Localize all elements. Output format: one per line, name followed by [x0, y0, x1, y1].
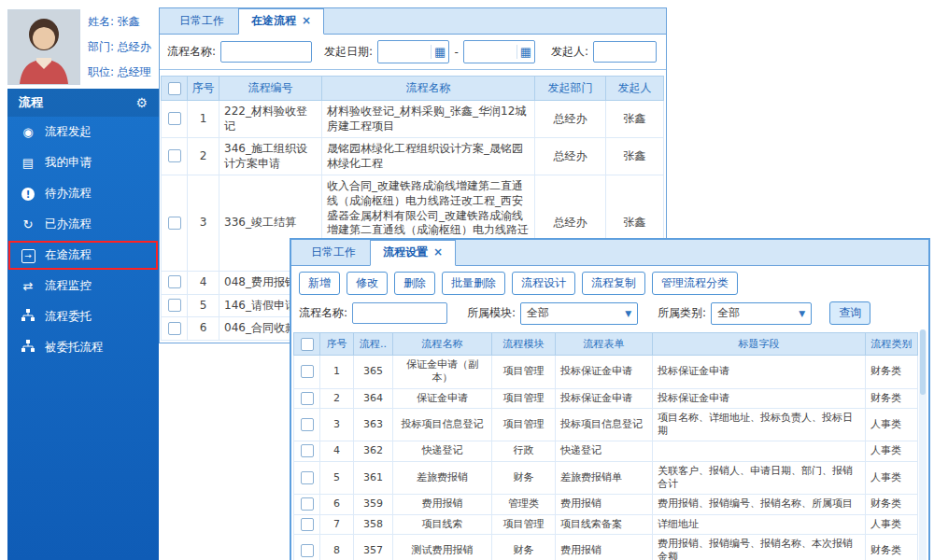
sitemap-icon: [21, 309, 35, 325]
tab-in-transit[interactable]: 在途流程×: [238, 8, 324, 35]
table-row[interactable]: 6 359 费用报销 管理类 费用报销 费用报销、报销编号、报销名称、所属项目 …: [294, 495, 918, 514]
process-name-input[interactable]: [220, 41, 312, 63]
table-row[interactable]: 2 346_施工组织设计方案申请 晟铭园林绿化工程组织设计方案_晟铭园林绿化工程…: [162, 138, 664, 175]
cell-title-field: 费用报销、报销编号、报销名称、本次报销金额: [653, 534, 866, 560]
sidebar-item-process-initiate[interactable]: ◉ 流程发起: [7, 117, 159, 147]
main-filterbar: 流程名称: 发起日期: ▦ - ▦ 发起人:: [160, 35, 666, 70]
row-checkbox[interactable]: [301, 544, 314, 557]
sidebar-item-todo-processes[interactable]: ! 待办流程: [7, 178, 159, 209]
sidebar-item-delegated-processes[interactable]: 被委托流程: [7, 332, 159, 363]
cell-no: 1: [320, 356, 354, 389]
sidebar-title: 流程: [19, 94, 43, 111]
initiator-input[interactable]: [593, 41, 657, 63]
toolbar-button[interactable]: 批量删除: [442, 272, 505, 295]
row-checkbox[interactable]: [301, 418, 314, 431]
row-checkbox[interactable]: [301, 471, 314, 484]
cell-code: 346_施工组织设计方案申请: [219, 138, 322, 175]
calendar-icon[interactable]: ▦: [517, 45, 534, 59]
header-code: 流程编号: [219, 77, 322, 101]
tab-process-settings[interactable]: 流程设置×: [370, 240, 456, 266]
checkbox-cell: [162, 294, 188, 317]
select-all-checkbox[interactable]: [168, 82, 181, 95]
profile-photo: [7, 9, 80, 85]
user-profile-card: 姓名: 张鑫 部门: 总经办 职位: 总经理: [7, 6, 159, 89]
header-code: 流程..: [354, 333, 393, 356]
toolbar-button[interactable]: 新增: [299, 272, 340, 295]
cell-category: 财务类: [866, 356, 918, 389]
row-checkbox[interactable]: [301, 365, 314, 378]
cell-name: 差旅费报销: [393, 461, 492, 495]
process-name-input[interactable]: [352, 302, 447, 324]
cell-title-field: 关联客户、报销人、申请日期、部门、报销合计: [653, 461, 866, 495]
table-row[interactable]: 3 363 投标项目信息登记 项目管理 投标项目信息登记 项目名称、详细地址、投…: [294, 408, 918, 441]
module-select-value: 全部: [527, 305, 549, 321]
sidebar-item-label: 流程委托: [45, 309, 92, 325]
start-date-to-input[interactable]: [464, 43, 517, 61]
row-checkbox[interactable]: [301, 444, 314, 457]
cell-no: 4: [320, 441, 354, 461]
header-module: 流程模块: [492, 333, 556, 356]
sidebar-item-in-transit-processes[interactable]: → 在途流程: [7, 240, 159, 271]
overlay-filterbar: 流程名称: 所属模块: 全部 ▼ 所属类别: 全部 ▼ 查询: [291, 299, 928, 332]
cell-code: 358: [354, 514, 393, 534]
chevron-down-icon: ▼: [625, 309, 631, 318]
sidebar-item-my-applications[interactable]: ▤ 我的申请: [7, 147, 159, 178]
process-name-label: 流程名称:: [299, 305, 347, 321]
table-row[interactable]: 8 357 测试费用报销 财务 费用报销 费用报销、报销编号、报销名称、本次报销…: [294, 534, 918, 560]
select-all-checkbox[interactable]: [301, 338, 314, 351]
table-row[interactable]: 7 358 项目线索 项目管理 项目线索备案 详细地址 人事类: [294, 514, 918, 534]
category-select[interactable]: 全部 ▼: [711, 302, 812, 325]
cell-form: 快递登记: [556, 441, 653, 461]
tab-daily-work[interactable]: 日常工作: [167, 9, 236, 34]
row-checkbox[interactable]: [168, 149, 181, 162]
sidebar-item-label: 被委托流程: [45, 340, 104, 356]
start-date-from: ▦: [377, 40, 449, 63]
category-label: 所属类别:: [658, 305, 706, 321]
search-button[interactable]: 查询: [829, 301, 870, 325]
start-date-from-input[interactable]: [378, 43, 431, 61]
table-row[interactable]: 5 361 差旅费报销 财务 差旅费报销单 关联客户、报销人、申请日期、部门、报…: [294, 461, 918, 495]
checkbox-cell: [162, 271, 188, 294]
row-checkbox[interactable]: [168, 299, 181, 312]
module-label: 所属模块:: [467, 305, 516, 321]
toolbar-button[interactable]: 删除: [394, 272, 435, 295]
toolbar-button[interactable]: 流程设计: [512, 272, 575, 295]
row-checkbox[interactable]: [168, 322, 181, 335]
row-checkbox[interactable]: [301, 518, 314, 531]
row-checkbox[interactable]: [168, 112, 181, 125]
cell-no: 7: [320, 514, 354, 534]
tab-daily-work[interactable]: 日常工作: [299, 241, 368, 265]
row-checkbox[interactable]: [301, 497, 314, 511]
module-select[interactable]: 全部 ▼: [520, 302, 638, 325]
toolbar-button[interactable]: 管理流程分类: [652, 272, 738, 295]
sidebar-item-done-processes[interactable]: ↻ 已办流程: [7, 209, 159, 240]
toolbar-button[interactable]: 流程复制: [582, 272, 645, 295]
row-checkbox[interactable]: [301, 392, 314, 405]
row-checkbox[interactable]: [168, 275, 181, 288]
table-row[interactable]: 4 362 快递登记 行政 快递登记 人事类: [294, 441, 918, 461]
cell-no: 4: [188, 271, 219, 294]
calendar-icon[interactable]: ▦: [431, 45, 448, 59]
vertical-scrollbar[interactable]: [919, 329, 927, 560]
table-row[interactable]: 2 364 保证金申请 项目管理 投标保证金申请 投标保证金申请 财务类: [294, 388, 918, 408]
overlay-toolbar: 新增 修改 删除 批量删除 流程设计 流程复制 管理流程分类: [291, 266, 928, 299]
checkbox-cell: [294, 461, 320, 495]
sidebar-item-process-delegate[interactable]: 流程委托: [7, 301, 159, 332]
profile-name: 姓名: 张鑫: [88, 14, 151, 30]
chevron-down-icon: ▼: [799, 309, 805, 318]
table-row[interactable]: 1 222_材料验收登记 材料验收登记_材料采购_张鑫_华润12城房建工程项目 …: [162, 101, 664, 138]
row-checkbox[interactable]: [168, 217, 181, 230]
checkbox-cell: [294, 388, 320, 408]
close-icon[interactable]: ×: [302, 14, 311, 27]
start-date-label: 发起日期:: [324, 44, 373, 60]
profile-department: 部门: 总经办: [88, 39, 151, 55]
cell-no: 6: [188, 317, 219, 341]
close-icon[interactable]: ×: [433, 245, 443, 259]
gear-icon[interactable]: ⚙: [135, 95, 148, 110]
scrollbar-thumb[interactable]: [920, 329, 926, 395]
header-no: 序号: [320, 333, 354, 356]
table-row[interactable]: 1 365 保证金申请（副本） 项目管理 投标保证金申请 投标保证金申请 财务类: [294, 356, 918, 389]
toolbar-button[interactable]: 修改: [347, 272, 388, 295]
sidebar-item-process-monitor[interactable]: ⇄ 流程监控: [7, 271, 159, 301]
document-icon: ▤: [21, 156, 35, 170]
